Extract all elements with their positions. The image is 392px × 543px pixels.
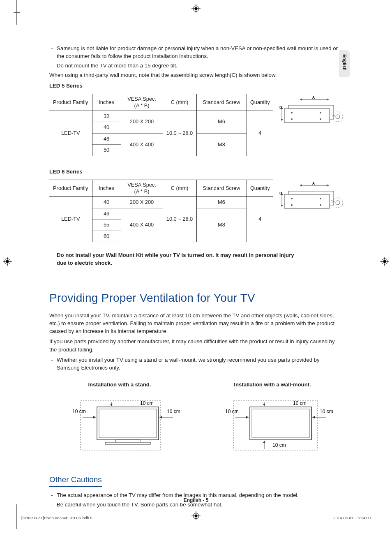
- cell-family: LED-TV: [49, 196, 92, 242]
- installation-diagrams: Installation with a stand. 10 cm 10 cm 1…: [49, 381, 343, 458]
- table-row: LED-TV 32 200 X 200 10.0 ~ 28.0 M6 4: [49, 111, 273, 122]
- wall-diagram: 10 cm 10 cm 10 cm 10 cm: [211, 393, 334, 456]
- install-wall: Installation with a wall-mount. 10 cm 10…: [211, 381, 334, 458]
- warning-text: Do not install your Wall Mount Kit while…: [57, 251, 303, 267]
- svg-text:10 cm: 10 cm: [140, 400, 154, 406]
- intro-bullet: Samsung is not liable for product damage…: [49, 44, 343, 60]
- svg-marker-34: [300, 184, 302, 187]
- th-qty: Quantity: [247, 180, 273, 197]
- cell-screw: M8: [196, 133, 247, 156]
- table-header-row: Product Family Inches VESA Spec. (A * B)…: [49, 94, 273, 111]
- th-screw: Standard Screw: [196, 180, 247, 197]
- install-wall-title: Installation with a wall-mount.: [211, 381, 334, 388]
- svg-rect-67: [252, 409, 309, 438]
- svg-rect-17: [284, 109, 330, 122]
- diagram-label-b: B: [279, 105, 282, 109]
- svg-text:10 cm: 10 cm: [320, 409, 333, 414]
- cell-screw: M6: [196, 111, 247, 133]
- th-vesa: VESA Spec. (A * B): [121, 180, 163, 197]
- th-c: C (mm): [163, 94, 196, 111]
- th-qty: Quantity: [247, 94, 273, 111]
- table-header-row: Product Family Inches VESA Spec. (A * B)…: [49, 180, 273, 197]
- svg-marker-19: [300, 98, 302, 101]
- ventilation-bullets: Whether you install your TV using a stan…: [49, 356, 343, 372]
- intro-bullets: Samsung is not liable for product damage…: [49, 44, 343, 69]
- svg-rect-54: [115, 440, 140, 442]
- svg-marker-39: [281, 205, 283, 207]
- footer-page-number: English - 5: [0, 497, 392, 504]
- intro-bullet: Do not mount the TV at more than a 15 de…: [49, 62, 343, 69]
- th-inches: Inches: [92, 180, 121, 197]
- series5-table-wrap: Product Family Inches VESA Spec. (A * B)…: [49, 94, 343, 156]
- svg-text:10 cm: 10 cm: [272, 442, 286, 448]
- svg-marker-73: [263, 441, 265, 443]
- crop-mark: [16, 0, 33, 25]
- th-inches: Inches: [92, 94, 121, 111]
- registration-mark-icon: [3, 257, 12, 266]
- footer-timestamp: 2014-08-01 5:14:00: [333, 515, 371, 521]
- registration-mark-icon: [191, 4, 201, 13]
- cell-inches: 32: [92, 111, 121, 122]
- intro-paragraph: When using a third-party wall mount, not…: [49, 71, 343, 79]
- mount-bracket-diagram: A B: [279, 182, 349, 215]
- cell-screw: M6: [196, 196, 247, 208]
- cell-inches: 40: [92, 196, 121, 208]
- svg-marker-59: [110, 404, 113, 406]
- th-c: C (mm): [163, 180, 196, 197]
- series6-label: LED 6 Series: [49, 168, 343, 176]
- svg-marker-57: [93, 416, 96, 418]
- svg-marker-69: [246, 416, 249, 418]
- cell-qty: 4: [247, 111, 273, 156]
- cell-inches: 46: [92, 208, 121, 220]
- footer-file-info: [UH6203-ZT]BN68-06334E-01L03.indb 5: [21, 515, 92, 521]
- mount-bracket-diagram: A B: [279, 96, 349, 129]
- cell-vesa: 200 X 200: [121, 196, 163, 208]
- svg-point-45: [320, 198, 321, 199]
- ventilation-p2: If you use parts provided by another man…: [49, 337, 343, 353]
- svg-point-46: [291, 204, 293, 206]
- svg-rect-32: [284, 194, 330, 208]
- series6-table: Product Family Inches VESA Spec. (A * B)…: [49, 180, 273, 242]
- series5-label: LED 5 Series: [49, 82, 343, 90]
- svg-marker-20: [327, 98, 329, 101]
- svg-point-42: [336, 201, 340, 205]
- warning-row: Do not install your Wall Mount Kit while…: [49, 251, 343, 267]
- cell-inches: 55: [92, 220, 121, 231]
- cell-vesa: 400 X 400: [121, 133, 163, 156]
- cell-vesa: 200 X 200: [121, 111, 163, 133]
- ventilation-heading: Providing Proper Ventilation for Your TV: [49, 290, 343, 307]
- svg-rect-53: [99, 409, 157, 438]
- install-stand-title: Installation with a stand.: [58, 381, 181, 388]
- series6-table-wrap: Product Family Inches VESA Spec. (A * B)…: [49, 180, 343, 242]
- cell-screw: M8: [196, 208, 247, 242]
- page-content: Samsung is not liable for product damage…: [0, 0, 392, 535]
- cell-qty: 4: [247, 196, 273, 242]
- th-vesa: VESA Spec. (A * B): [121, 94, 163, 111]
- svg-marker-35: [327, 184, 329, 187]
- registration-mark-icon: [380, 257, 389, 266]
- th-family: Product Family: [49, 94, 92, 111]
- stand-diagram: 10 cm 10 cm 10 cm: [58, 393, 181, 456]
- cell-c: 10.0 ~ 28.0: [163, 111, 196, 156]
- svg-point-47: [320, 204, 321, 206]
- table-row: LED-TV 40 200 X 200 10.0 ~ 28.0 M6 4: [49, 196, 273, 208]
- svg-text:10 cm: 10 cm: [72, 409, 86, 414]
- svg-point-44: [291, 198, 293, 199]
- svg-text:10 cm: 10 cm: [293, 400, 307, 406]
- svg-point-28: [320, 112, 321, 113]
- cell-c: 10.0 ~ 28.0: [163, 196, 196, 242]
- install-stand: Installation with a stand. 10 cm 10 cm 1…: [58, 381, 181, 458]
- svg-text:10 cm: 10 cm: [225, 409, 239, 414]
- cell-inches: 46: [92, 133, 121, 145]
- diagram-label-a: A: [312, 96, 315, 99]
- th-screw: Standard Screw: [196, 94, 247, 111]
- cell-family: LED-TV: [49, 111, 92, 156]
- ventilation-p1: When you install your TV, maintain a dis…: [49, 312, 343, 335]
- cell-vesa: 400 X 400: [121, 208, 163, 242]
- registration-mark-icon: [191, 511, 201, 520]
- svg-marker-75: [312, 416, 315, 418]
- th-family: Product Family: [49, 180, 92, 197]
- svg-point-27: [291, 112, 293, 113]
- ventilation-bullet: Whether you install your TV using a stan…: [49, 356, 343, 372]
- cell-inches: 50: [92, 145, 121, 156]
